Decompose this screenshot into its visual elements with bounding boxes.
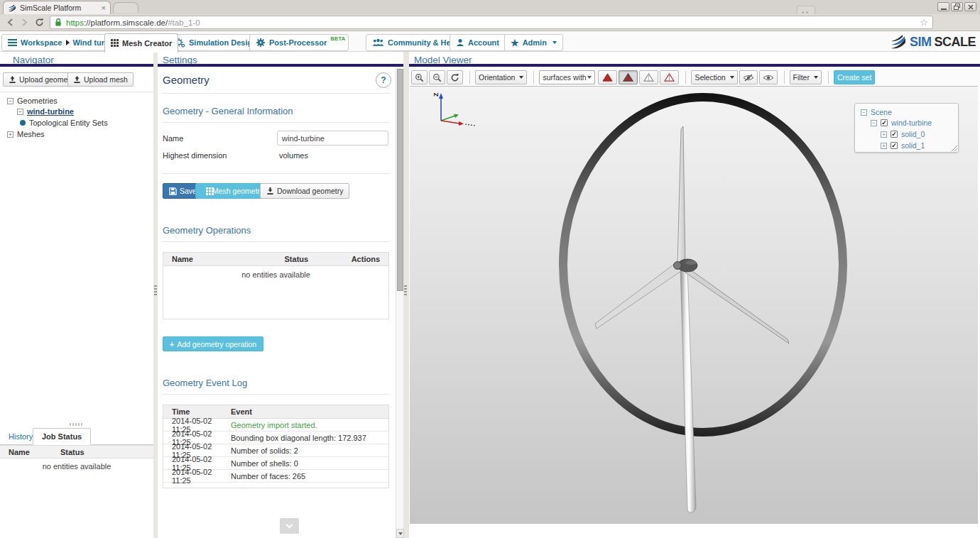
browser-tab[interactable]: SimScale Platform × bbox=[3, 1, 111, 14]
expand-icon[interactable]: + bbox=[881, 131, 887, 138]
window-minimize-button[interactable] bbox=[937, 2, 949, 11]
help-button[interactable]: ? bbox=[376, 72, 391, 88]
tab-job-status[interactable]: Job Status bbox=[33, 428, 91, 445]
scrollbar-thumb[interactable] bbox=[397, 69, 403, 291]
menu-admin-label: Admin bbox=[523, 38, 547, 47]
menu-community-help-label: Community & Help bbox=[388, 38, 457, 47]
new-tab-button[interactable] bbox=[113, 2, 138, 13]
hide-selection-button[interactable] bbox=[739, 70, 758, 84]
window-restore-button[interactable] bbox=[951, 2, 963, 11]
visibility-checkbox[interactable]: ✓ bbox=[891, 131, 898, 138]
axis-triad-icon: Z bbox=[420, 88, 484, 131]
tree-item-wind-turbine[interactable]: − wind-turbine bbox=[17, 107, 74, 116]
render-mode-select[interactable]: surfaces with edg bbox=[539, 70, 595, 84]
scene-item-solid-1[interactable]: + ✓ solid_1 bbox=[881, 141, 925, 150]
add-geometry-operation-button[interactable]: + Add geometry operation bbox=[163, 336, 263, 351]
url-scheme: https bbox=[66, 18, 84, 27]
collapse-icon[interactable]: − bbox=[17, 109, 23, 115]
tab-mesh-creator[interactable]: Mesh Creator bbox=[104, 33, 178, 53]
geometry-operations-heading: Geometry Operations bbox=[163, 225, 251, 236]
rotor-ring-solid[interactable] bbox=[563, 97, 843, 432]
selection-dropdown[interactable]: Selection bbox=[691, 70, 737, 84]
name-input[interactable] bbox=[277, 131, 388, 146]
back-button[interactable] bbox=[6, 18, 14, 26]
nacelle-highlight bbox=[685, 260, 697, 265]
orientation-label: Orientation bbox=[479, 73, 515, 82]
upload-mesh-label: Upload mesh bbox=[84, 75, 128, 84]
upload-mesh-button[interactable]: Upload mesh bbox=[67, 72, 134, 87]
render-solid-button[interactable] bbox=[598, 70, 617, 84]
url-input[interactable]: https://platform.simscale.de/#tab_1-0 ☆ bbox=[50, 16, 933, 29]
tab-close-icon[interactable]: × bbox=[102, 4, 106, 12]
scroll-down-button[interactable] bbox=[280, 518, 299, 534]
zoom-out-button[interactable] bbox=[429, 70, 445, 84]
mesh-geometry-button[interactable]: Mesh geometry bbox=[195, 183, 270, 199]
orientation-dropdown[interactable]: Orientation bbox=[475, 70, 527, 84]
create-set-button[interactable]: Create set bbox=[834, 70, 875, 84]
tab-title: SimScale Platform bbox=[20, 4, 98, 12]
axis-z-label: Z bbox=[432, 92, 440, 97]
collapse-icon[interactable]: − bbox=[7, 98, 13, 104]
bottom-section-grip[interactable] bbox=[70, 423, 84, 426]
expand-icon[interactable]: + bbox=[7, 131, 13, 138]
filter-dropdown[interactable]: Filter bbox=[790, 70, 822, 84]
window-close-button[interactable] bbox=[964, 2, 976, 11]
turbine-hub[interactable] bbox=[674, 262, 682, 270]
turbine-blade-left[interactable] bbox=[595, 263, 681, 329]
tab-history-label: History bbox=[9, 432, 33, 441]
reload-button[interactable] bbox=[35, 18, 44, 27]
turbine-tower[interactable] bbox=[680, 268, 696, 512]
logo-scale-text: SCALE bbox=[934, 35, 976, 50]
tree-item-meshes[interactable]: + Meshes bbox=[7, 130, 45, 138]
browser-address-bar: https://platform.simscale.de/#tab_1-0 ☆ bbox=[0, 14, 980, 31]
tree-item-geometries[interactable]: − Geometries bbox=[7, 97, 58, 105]
chevron-down-icon bbox=[519, 76, 523, 79]
simscale-logo: SIMSCALE bbox=[890, 34, 976, 50]
render-points-button[interactable] bbox=[660, 70, 679, 84]
resize-handle-icon[interactable] bbox=[952, 146, 957, 151]
download-geometry-label: Download geometry bbox=[277, 187, 343, 195]
simscale-app-window: SimScale Platform × https://platform.sim… bbox=[0, 0, 980, 538]
download-geometry-button[interactable]: Download geometry bbox=[260, 183, 349, 199]
create-set-label: Create set bbox=[837, 73, 871, 82]
tab-post-processor[interactable]: Post-Processor BETA bbox=[249, 34, 349, 51]
turbine-blade-right[interactable] bbox=[682, 264, 789, 344]
scrollbar-down-arrow[interactable] bbox=[396, 529, 404, 538]
refresh-view-button[interactable] bbox=[447, 70, 463, 84]
geometry-heading: Geometry bbox=[163, 74, 209, 86]
tree-item-wind-turbine-label[interactable]: wind-turbine bbox=[27, 107, 74, 116]
scene-item-solid-0[interactable]: + ✓ solid_0 bbox=[881, 130, 925, 138]
render-surfaces-edges-button[interactable] bbox=[619, 70, 638, 84]
geometry-event-log-table: Time Event 2014-05-02 11:25 Geometry imp… bbox=[163, 405, 389, 488]
scene-root-item[interactable]: − Scene bbox=[861, 108, 892, 116]
column-actions: Actions bbox=[352, 255, 388, 263]
simscale-swoosh-icon bbox=[890, 34, 907, 50]
save-button-label: Save bbox=[180, 187, 197, 195]
add-geometry-operation-label: Add geometry operation bbox=[177, 340, 256, 348]
workspace-label: Workspace bbox=[21, 38, 62, 47]
show-selection-button[interactable] bbox=[759, 70, 778, 84]
panel-splitter[interactable] bbox=[403, 52, 408, 538]
account-person-icon bbox=[456, 38, 464, 47]
expand-icon[interactable]: + bbox=[881, 143, 887, 149]
scene-tree-panel[interactable]: − Scene − ✓ wind-turbine + ✓ solid_0 + ✓… bbox=[854, 103, 959, 153]
tab-mesh-creator-label: Mesh Creator bbox=[122, 39, 172, 48]
tree-item-topological-entity-sets[interactable]: Topological Entity Sets bbox=[20, 119, 108, 127]
settings-scrollbar[interactable] bbox=[396, 67, 403, 538]
toolbar-separator bbox=[828, 71, 829, 84]
zoom-in-button[interactable] bbox=[411, 70, 428, 84]
general-info-heading: Geometry - General Information bbox=[163, 106, 293, 116]
menu-admin[interactable]: ★ Admin bbox=[504, 34, 563, 51]
turbine-blade-up[interactable] bbox=[677, 126, 685, 265]
collapse-icon[interactable]: − bbox=[871, 120, 877, 126]
visibility-checkbox[interactable]: ✓ bbox=[891, 142, 898, 149]
panel-title-underline bbox=[158, 64, 403, 67]
render-wireframe-button[interactable] bbox=[639, 70, 658, 84]
job-status-table-header: Name Status bbox=[0, 445, 153, 459]
visibility-checkbox[interactable]: ✓ bbox=[881, 119, 888, 126]
forward-button[interactable] bbox=[21, 18, 28, 26]
collapse-icon[interactable]: − bbox=[861, 109, 867, 116]
scene-item-wind-turbine[interactable]: − ✓ wind-turbine bbox=[871, 119, 932, 127]
toolbar-separator bbox=[469, 71, 470, 84]
bookmark-star-icon[interactable]: ☆ bbox=[920, 17, 928, 28]
